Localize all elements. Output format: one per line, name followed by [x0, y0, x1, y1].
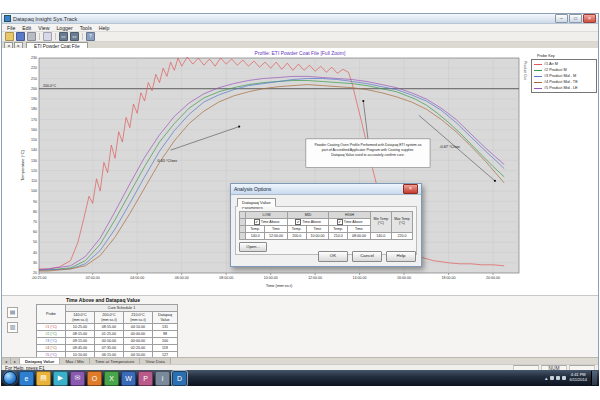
x-tick-label: 04:00.00: [130, 276, 144, 280]
screenshot-canvas: Datapaq Insight Sys.Track – □ × FileEdit…: [0, 0, 600, 400]
datapaq-value-cell[interactable]: 98: [153, 331, 178, 338]
maximize-button[interactable]: □: [569, 14, 582, 23]
time-above-200-cell[interactable]: 07:35.00: [95, 345, 124, 352]
word-app-icon[interactable]: W: [121, 371, 136, 386]
logger-upload-icon[interactable]: ▭: [70, 32, 79, 41]
menu-item-file[interactable]: File: [7, 25, 15, 31]
dialog-titlebar[interactable]: Analysis Options ×: [231, 184, 421, 195]
mid-time-above-checkbox[interactable]: ✔: [295, 219, 301, 225]
y-tick-label: 200: [31, 87, 37, 91]
utility-app-icon[interactable]: i: [155, 371, 170, 386]
datapaq-app-icon[interactable]: D: [172, 371, 187, 386]
spreadsheet-app-icon[interactable]: X: [104, 371, 119, 386]
x-tick-label: 06:00.00: [175, 276, 189, 280]
high-time-value[interactable]: 08:00.00: [348, 233, 371, 240]
time-above-210-cell[interactable]: 02:20.00: [124, 345, 153, 352]
dialog-close-icon[interactable]: ×: [403, 184, 418, 194]
app-icon: [4, 15, 11, 22]
time-above-140-cell[interactable]: 10:25.00: [66, 324, 95, 331]
probe-name-cell[interactable]: #1 (°C): [37, 324, 66, 331]
datapaq-value-cell[interactable]: 131: [153, 324, 178, 331]
min-temp-header: Min Temp (°C): [370, 212, 391, 233]
cancel-button[interactable]: Cancel: [352, 251, 382, 262]
time-above-210-cell[interactable]: 00:00.00: [124, 331, 153, 338]
time-above-200-cell[interactable]: 08:55.00: [95, 324, 124, 331]
window-titlebar[interactable]: Datapaq Insight Sys.Track – □ ×: [2, 14, 598, 24]
time-above-140-cell[interactable]: 09:45.00: [66, 345, 95, 352]
show-desktop-button[interactable]: [591, 371, 597, 385]
save-file-icon[interactable]: [16, 32, 25, 41]
ok-button[interactable]: OK: [318, 251, 348, 262]
open-button[interactable]: Open...: [239, 242, 267, 252]
internet-explorer-icon[interactable]: e: [19, 371, 34, 386]
min-temp-value[interactable]: 140.0: [370, 233, 391, 240]
time-above-140-cell[interactable]: 08:15.00: [66, 331, 95, 338]
help-button[interactable]: Help: [386, 251, 416, 262]
menu-item-logger[interactable]: Logger: [56, 25, 72, 31]
datapaq-value-cell[interactable]: 100: [153, 338, 178, 345]
toolbar-separator: [55, 33, 56, 40]
probe-row-4: #4 (°C)09:45.0007:35.0002:20.00119: [37, 345, 178, 352]
high-time-above-checkbox[interactable]: ✔: [337, 219, 343, 225]
low-time-value[interactable]: 12:00.00: [265, 233, 288, 240]
menu-item-edit[interactable]: Edit: [22, 25, 31, 31]
menu-item-tools[interactable]: Tools: [80, 25, 92, 31]
probe-name-cell[interactable]: #2 (°C): [37, 331, 66, 338]
y-tick-label: 30: [33, 261, 37, 265]
menu-item-help[interactable]: Help: [99, 25, 110, 31]
time-above-210-cell[interactable]: 04:10.00: [124, 324, 153, 331]
taskbar-apps: e▤▶✉OXWPiD: [19, 371, 187, 386]
legend-swatch-icon: [534, 70, 542, 71]
x-tick-label: 16:00.00: [397, 276, 411, 280]
tab-datapaq-value[interactable]: Datapaq Value: [237, 198, 276, 207]
logger-download-icon[interactable]: ▭: [59, 32, 68, 41]
mid-time-value[interactable]: 10:00.00: [306, 233, 329, 240]
time-above-200-cell[interactable]: 01:25.00: [95, 331, 124, 338]
legend-box: #1 Air M#2 Product M#3 Product Mid - M#4…: [531, 59, 597, 93]
probe-key-legend: Probe Key #1 Air M#2 Product M#3 Product…: [531, 54, 597, 93]
low-time-above-checkbox[interactable]: ✔: [254, 219, 260, 225]
media-player-icon[interactable]: ▶: [53, 371, 68, 386]
taskbar-clock[interactable]: 4:41 PM 6/11/2014: [570, 373, 588, 382]
action-center-icon[interactable]: [562, 376, 566, 380]
cure-schedule-header: Cure Schedule 1: [66, 305, 178, 312]
tray-expand-icon[interactable]: ▴: [545, 375, 548, 381]
windows-explorer-icon[interactable]: ▤: [36, 371, 51, 386]
menu-item-view[interactable]: View: [38, 25, 49, 31]
close-button[interactable]: ×: [583, 14, 596, 23]
paint-app-icon[interactable]: P: [138, 371, 153, 386]
mid-temp-value[interactable]: 200.0: [287, 233, 306, 240]
max-temp-value[interactable]: 220.0: [391, 233, 412, 240]
volume-icon[interactable]: [556, 376, 560, 380]
start-button-icon[interactable]: [3, 371, 17, 385]
probe-name-cell[interactable]: #3 (°C): [37, 338, 66, 345]
legend-title: Probe Key: [537, 54, 597, 58]
open-file-icon[interactable]: [5, 32, 14, 41]
paste-icon[interactable]: [43, 32, 52, 41]
time-above-210-cell[interactable]: 00:00.00: [124, 338, 153, 345]
legend-swatch-icon: [534, 88, 542, 89]
window-controls: – □ ×: [555, 14, 596, 23]
minimize-button[interactable]: –: [555, 14, 568, 23]
low-temp-value[interactable]: 140.0: [246, 233, 265, 240]
time-above-140-cell[interactable]: 09:15.00: [66, 338, 95, 345]
legend-swatch-icon: [534, 64, 542, 65]
legend-entry[interactable]: #5 Product Mid - LE: [534, 85, 594, 91]
email-app-icon[interactable]: ✉: [70, 371, 85, 386]
x-tick-label: 10:00.00: [264, 276, 278, 280]
high-temp-value[interactable]: 210.0: [329, 233, 348, 240]
copy-panel-icon[interactable]: ▥: [7, 322, 18, 333]
help-icon[interactable]: ?: [86, 32, 95, 41]
legend-entry-label: #1 Air M: [544, 62, 558, 66]
y-tick-label: 150: [31, 138, 37, 142]
print-panel-icon[interactable]: ▤: [7, 307, 18, 318]
probe-name-cell[interactable]: #4 (°C): [37, 345, 66, 352]
parameters-table: LOW MID HIGH Min Temp (°C) Max Temp (°C)…: [239, 211, 413, 240]
print-icon[interactable]: [27, 32, 36, 41]
office-app-icon[interactable]: O: [87, 371, 102, 386]
results-panel-toolbar: ▤▥: [7, 307, 18, 333]
time-above-200-cell[interactable]: 00:50.00: [95, 338, 124, 345]
dialog-buttons: OK Cancel Help: [318, 251, 416, 262]
network-icon[interactable]: [550, 376, 554, 380]
datapaq-value-cell[interactable]: 119: [153, 345, 178, 352]
